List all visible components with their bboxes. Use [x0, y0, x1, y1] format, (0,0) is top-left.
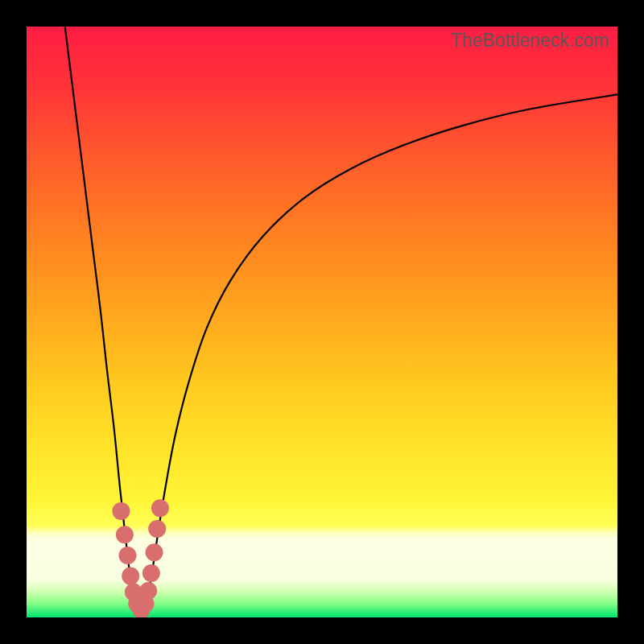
chart-frame: TheBottleneck.com — [0, 0, 644, 644]
data-marker — [112, 502, 130, 520]
data-marker — [142, 564, 160, 582]
data-marker — [116, 526, 134, 543]
data-marker — [122, 568, 139, 585]
watermark-label: TheBottleneck.com — [451, 30, 609, 52]
data-marker — [148, 520, 166, 538]
data-marker — [119, 547, 137, 564]
plot-area: TheBottleneck.com — [27, 27, 617, 617]
bottleneck-chart — [27, 27, 617, 617]
data-marker — [139, 582, 157, 600]
gradient-background — [27, 27, 617, 617]
data-marker — [151, 499, 169, 517]
data-marker — [146, 543, 163, 561]
